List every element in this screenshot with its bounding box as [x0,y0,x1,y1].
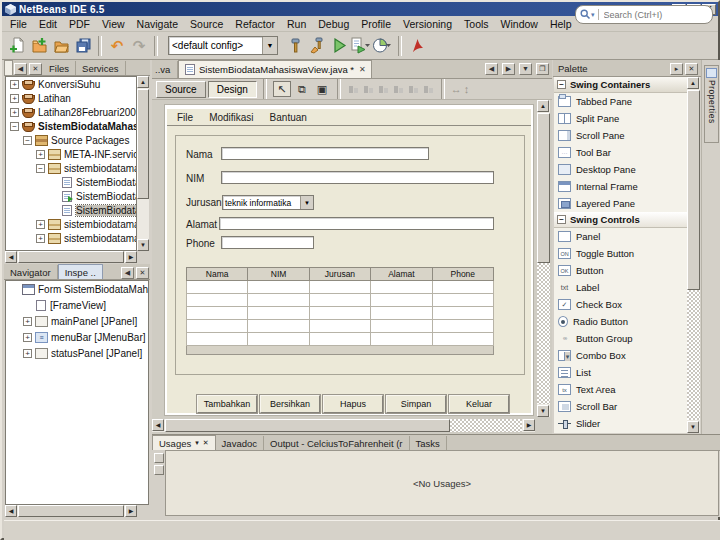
palette-vscrollbar[interactable]: ▲ ▼ [687,77,700,433]
debug-icon[interactable] [350,35,372,57]
scrollbar-thumb[interactable] [687,90,700,290]
form-table-header-nama[interactable]: Nama [187,268,248,281]
form-input-alamat[interactable] [219,217,494,230]
inspector-item-form-sistembiodatamahasiswaview[interactable]: Form SistemBiodataMahasiswaView [6,281,148,297]
chevron-down-icon[interactable]: ▼ [300,196,313,209]
project-tree-item-sistembiodatamaha[interactable]: −sistembiodatamaha [6,161,136,175]
form-menu-bantuan[interactable]: Bantuan [270,112,307,123]
editor-tab-list-icon[interactable]: ▼ [519,63,532,75]
stop-icon[interactable] [154,465,164,475]
form-table-header-nim[interactable]: NIM [248,268,309,281]
new-project-icon[interactable] [28,35,50,57]
collapse-icon[interactable]: − [557,215,566,224]
navigator-hscrollbar[interactable]: ◀ ▶ [5,505,137,517]
scroll-left-icon[interactable]: ◀ [5,251,17,263]
palette-item-internal-frame[interactable]: Internal Frame [554,178,687,195]
scroll-right-icon[interactable]: ▶ [523,419,535,431]
project-tree-item-sistembiodatamaha[interactable]: +sistembiodatamaha [6,231,136,245]
scrollbar-thumb[interactable] [137,89,149,199]
tab-scroll-left-icon[interactable]: ◀ [14,63,27,75]
table-row[interactable] [187,281,494,294]
inspector-item-frameview[interactable]: [FrameView] [6,297,148,313]
explorer-hscrollbar[interactable]: ◀ ▶ [5,251,137,263]
palette-item-tabbed-pane[interactable]: Tabbed Pane [554,93,687,110]
form-menu-modifikasi[interactable]: Modifikasi [209,112,253,123]
form-page[interactable]: FileModifikasiBantuan NamaNIMJurusantekn… [164,104,534,416]
table-row[interactable] [187,320,494,333]
expander-icon[interactable]: + [23,317,32,326]
project-tree-item-sistembiodatam[interactable]: SistemBiodataM [6,175,136,189]
table-row[interactable] [187,307,494,320]
profile-icon[interactable] [372,35,394,57]
tab-scroll-left-icon[interactable]: ◀ [121,267,134,279]
tab-close-icon[interactable]: ✕ [359,65,366,74]
new-file-icon[interactable] [6,35,28,57]
expander-icon[interactable]: + [36,150,45,159]
menu-pdf[interactable]: PDF [63,17,96,31]
form-button-bersihkan[interactable]: Bersihkan [260,395,320,413]
form-input-nama[interactable] [221,147,429,160]
editor-hscrollbar[interactable]: ◀ ▶ [152,419,535,432]
tab-output-celciustofahrenheit-r[interactable]: Output - CelciusToFahrenheit (r [264,436,410,450]
form-input-nim[interactable] [221,171,494,184]
editor-tab-active[interactable]: SistemBiodataMahasiswaView.java * ✕ [178,60,372,78]
project-tree-item-latihan28februari2009[interactable]: +Latihan28Februari2009 [6,105,136,119]
project-tree-item-konversisuhu[interactable]: +KonversiSuhu [6,77,136,91]
clean-build-icon[interactable] [306,35,328,57]
tab-close-icon[interactable]: ✕ [136,267,149,279]
menu-run[interactable]: Run [281,17,312,31]
palette-item-slider[interactable]: Slider [554,415,687,432]
pdf-icon[interactable] [406,35,428,57]
save-all-icon[interactable] [72,35,94,57]
expander-icon[interactable]: − [10,122,19,131]
quick-search[interactable]: ▾ [575,5,713,24]
scroll-up-icon[interactable]: ▲ [137,76,149,88]
form-table[interactable]: NamaNIMJurusanAlamatPhone [186,267,494,346]
project-tree-item-sistembiodatam[interactable]: SistemBiodataM [6,189,136,203]
expander-icon[interactable]: + [23,333,32,342]
palette-item-list[interactable]: List [554,364,687,381]
tab-services[interactable]: Services [76,61,125,75]
scroll-up-icon[interactable]: ▲ [537,100,549,112]
menu-profile[interactable]: Profile [355,17,397,31]
palette-close-icon[interactable]: ✕ [685,63,698,75]
tab-tasks[interactable]: Tasks [410,436,447,450]
scroll-down-icon[interactable]: ▼ [687,421,699,433]
config-combo[interactable]: <default config>▼ [168,36,278,55]
scrollbar-thumb[interactable] [537,113,550,263]
designed-frame[interactable]: FileModifikasiBantuan NamaNIMJurusantekn… [167,109,531,413]
expander-icon[interactable]: + [36,234,45,243]
scrollbar-track[interactable] [450,419,522,432]
table-row[interactable] [187,333,494,346]
palette-item-desktop-pane[interactable]: Desktop Pane [554,161,687,178]
project-tree-item-source-packages[interactable]: −Source Packages [6,133,136,147]
build-icon[interactable] [284,35,306,57]
scroll-down-icon[interactable]: ▼ [537,405,549,417]
source-view-button[interactable]: Source [156,81,206,98]
project-tree-item-meta-inf-services[interactable]: +META-INF.services [6,147,136,161]
design-view-button[interactable]: Design [208,81,257,98]
search-input[interactable] [602,9,708,21]
expander-icon[interactable]: + [10,80,19,89]
connection-mode-icon[interactable]: ⧉ [293,81,311,97]
editor-vscrollbar[interactable]: ▲ ▼ [537,100,550,417]
scroll-left-icon[interactable]: ◀ [5,505,17,517]
palette-item-combo-box[interactable]: Combo Box [554,347,687,364]
menu-refactor[interactable]: Refactor [229,17,281,31]
menu-view[interactable]: View [96,17,131,31]
table-row[interactable] [187,294,494,307]
tab-inspe[interactable]: Inspe .. [58,264,103,279]
filter-dropdown-icon[interactable]: ▾ [195,439,199,447]
menu-source[interactable]: Source [184,17,229,31]
inspector-item-statuspanel-jpanel[interactable]: +statusPanel [JPanel] [6,345,148,361]
form-button-hapus[interactable]: Hapus [323,395,383,413]
palette-item-scroll-bar[interactable]: Scroll Bar [554,398,687,415]
scrollbar-thumb[interactable] [165,419,450,432]
palette-category-swing-containers[interactable]: −Swing Containers [554,77,687,93]
undo-icon[interactable]: ↶ [106,35,128,57]
properties-dock-tab[interactable]: Properties [704,65,719,143]
form-table-scrollpane[interactable]: NamaNIMJurusanAlamatPhone [186,267,494,355]
form-button-tambahkan[interactable]: Tambahkan [197,395,257,413]
inspector-tree[interactable]: Form SistemBiodataMahasiswaView[FrameVie… [5,280,149,505]
menu-tools[interactable]: Tools [458,17,495,31]
